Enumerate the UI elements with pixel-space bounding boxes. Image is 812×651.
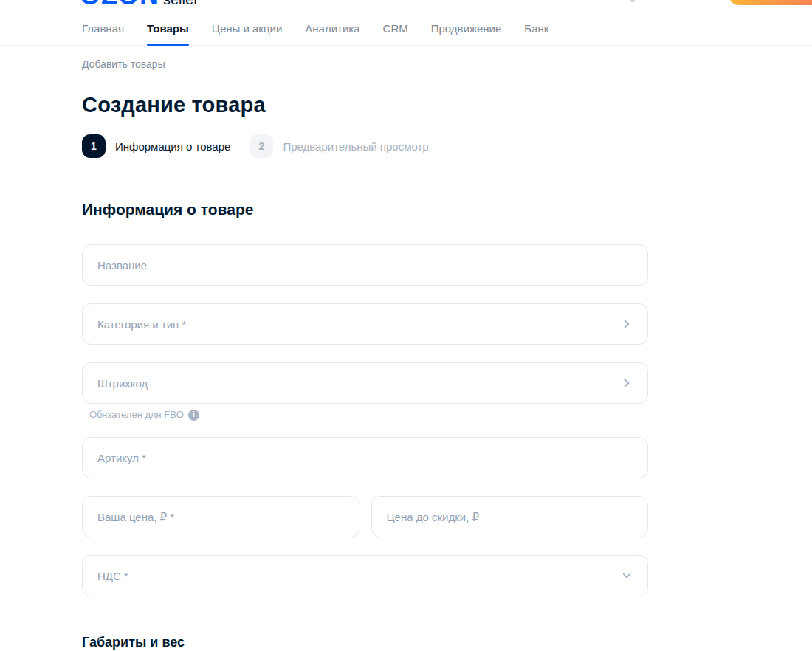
tab-prodvizhenie[interactable]: Продвижение	[431, 22, 502, 45]
vat-select[interactable]: НДС *	[82, 555, 648, 596]
tab-bank[interactable]: Банк	[524, 22, 548, 45]
ozon-seller-logo[interactable]: OZON seller	[80, 0, 213, 7]
category-type-select[interactable]: Категория и тип *	[82, 303, 648, 345]
tab-glavnaya[interactable]: Главная	[82, 22, 124, 45]
tab-analitika[interactable]: Аналитика	[305, 22, 359, 45]
wizard-steps: 1 Информация о товаре 2 Предварительный …	[82, 134, 812, 158]
product-creation-page: { "brand": { "logo_ozon": "OZON", "logo_…	[0, 0, 812, 651]
old-price-input[interactable]	[371, 496, 649, 537]
info-icon[interactable]: i	[188, 410, 199, 421]
sku-input[interactable]	[82, 437, 648, 478]
step-1-badge: 1	[82, 134, 106, 158]
barcode-select[interactable]: Штрихкод	[82, 362, 648, 404]
barcode-helper-text: Обязателен для FBO	[89, 409, 184, 421]
chevron-right-icon	[621, 318, 633, 330]
barcode-placeholder: Штрихкод	[97, 377, 148, 390]
step-2-label: Предварительный просмотр	[283, 140, 428, 153]
tab-tovary[interactable]: Товары	[147, 22, 189, 45]
category-type-placeholder: Категория и тип *	[97, 318, 186, 331]
tab-tseny-i-aktsii[interactable]: Цены и акции	[212, 22, 282, 45]
section-title-product-info: Информация о товаре	[82, 200, 812, 219]
step-2: 2 Предварительный просмотр	[250, 134, 428, 158]
barcode-helper: Обязателен для FBO i	[89, 409, 648, 421]
step-1-label: Информация о товаре	[115, 140, 230, 153]
price-input[interactable]	[82, 496, 359, 537]
header-cta-button[interactable]	[729, 0, 812, 5]
vat-placeholder: НДС *	[97, 570, 128, 582]
logo-ozon-text: OZON	[80, 0, 159, 7]
ozon-seller-logo-text: OZON seller	[80, 0, 199, 7]
chevron-down-icon	[621, 570, 633, 582]
page-title: Создание товара	[82, 92, 812, 118]
product-info-form: Категория и тип * Штрихкод Обязателен дл…	[82, 244, 648, 596]
breadcrumb[interactable]: Добавить товары	[82, 58, 165, 70]
price-row	[82, 496, 648, 537]
step-1: 1 Информация о товаре	[82, 134, 230, 158]
nav-tabs: Главная Товары Цены и акции Аналитика CR…	[82, 22, 812, 45]
chevron-right-icon	[621, 377, 633, 389]
logo-seller-text: seller	[163, 0, 199, 7]
step-2-badge: 2	[250, 134, 273, 158]
section-title-dimensions: Габариты и вес	[82, 634, 812, 650]
main-navigation: Главная Товары Цены и акции Аналитика CR…	[0, 0, 812, 46]
tab-crm[interactable]: CRM	[383, 22, 408, 45]
product-name-input[interactable]	[82, 244, 648, 286]
